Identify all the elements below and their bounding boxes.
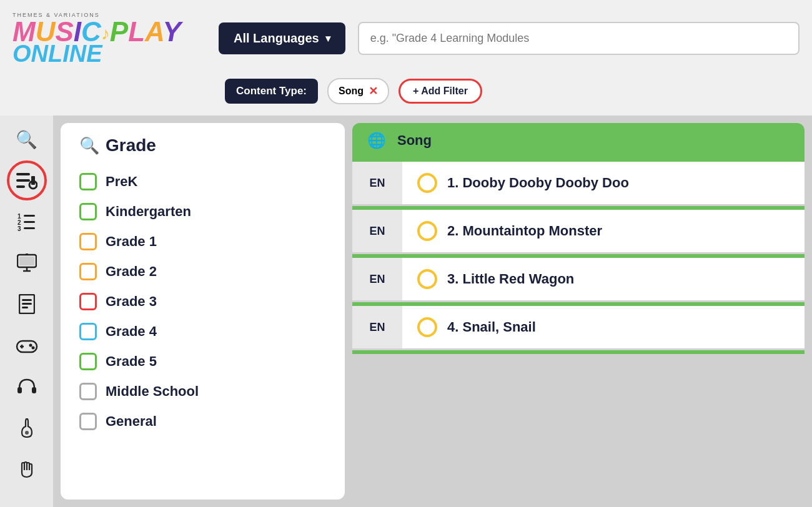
grade-search-icon: 🔍: [79, 136, 99, 155]
lang-dropdown-label: All Languages: [234, 31, 319, 46]
grade-checkbox-grade2[interactable]: [79, 263, 97, 280]
grade-label-grade4: Grade 4: [106, 323, 157, 340]
header-top-row: THEMES & VARIATIONS MUSIC♪PLAY ONLINE Al…: [12, 12, 800, 66]
result-circle-3: [417, 269, 437, 289]
grade-label-general: General: [106, 413, 157, 430]
grade-checkbox-middle-school[interactable]: [79, 383, 97, 400]
sidebar-item-headphones[interactable]: [12, 372, 41, 401]
grade-checkbox-general[interactable]: [79, 413, 97, 430]
result-content-1: 1. Dooby Dooby Dooby Doo: [402, 162, 805, 204]
grade-checkbox-prek[interactable]: [79, 173, 97, 190]
search-input[interactable]: [358, 22, 800, 55]
grade-item-prek[interactable]: PreK: [79, 167, 326, 197]
logo-brand: MUSIC♪PLAY ONLINE: [12, 18, 206, 66]
playlist-icon: [16, 171, 37, 190]
results-header-label: Song: [397, 132, 432, 149]
guitar-icon: [19, 418, 34, 438]
grade-label-middle-school: Middle School: [106, 383, 199, 400]
svg-rect-17: [22, 299, 32, 301]
sidebar-icons: 🔍 1 2 3: [0, 116, 53, 507]
result-title-3: 3. Little Red Wagon: [447, 271, 574, 287]
chevron-down-icon: ▾: [325, 32, 330, 44]
grade-checkbox-grade5[interactable]: [79, 353, 97, 370]
grade-label-grade3: Grade 3: [106, 293, 157, 310]
globe-icon: 🌐: [367, 132, 386, 149]
header-filter-row: Content Type: Song ✕ + Add Filter: [12, 78, 800, 104]
grade-label-grade1: Grade 1: [106, 234, 157, 250]
result-title-2: 2. Mountaintop Monster: [447, 223, 602, 239]
result-lang-3: EN: [352, 258, 402, 300]
svg-rect-4: [31, 176, 35, 185]
svg-rect-26: [32, 387, 36, 393]
document-icon: [19, 294, 35, 314]
presentation-icon: [17, 254, 37, 272]
content-type-label: Content Type:: [225, 79, 318, 104]
main-layout: 🔍 1 2 3: [0, 116, 812, 507]
result-lang-1: EN: [352, 162, 402, 204]
svg-rect-1: [16, 179, 30, 182]
logo-online: ONLINE: [12, 42, 206, 66]
grade-item-grade4[interactable]: Grade 4: [79, 317, 326, 347]
sidebar-item-numbered-list[interactable]: 1 2 3: [12, 207, 41, 236]
grade-item-grade1[interactable]: Grade 1: [79, 227, 326, 257]
svg-rect-2: [16, 185, 25, 188]
grade-item-grade2[interactable]: Grade 2: [79, 257, 326, 287]
sidebar-item-document[interactable]: [12, 290, 41, 318]
svg-point-27: [25, 431, 29, 435]
result-item-1[interactable]: EN 1. Dooby Dooby Dooby Doo: [352, 162, 805, 204]
result-circle-1: [417, 173, 437, 193]
sidebar-item-guitar[interactable]: [12, 413, 41, 442]
result-item-4[interactable]: EN 4. Snail, Snail: [352, 306, 805, 348]
result-content-2: 2. Mountaintop Monster: [402, 210, 805, 252]
svg-rect-19: [22, 307, 28, 308]
svg-rect-12: [19, 257, 34, 265]
sidebar-item-presentation[interactable]: [12, 249, 41, 277]
sidebar-item-gamepad[interactable]: [12, 331, 41, 360]
results-header: 🌐 Song: [352, 123, 805, 158]
result-item-2[interactable]: EN 2. Mountaintop Monster: [352, 210, 805, 252]
grade-panel-title: Grade: [106, 135, 156, 155]
grade-label-grade5: Grade 5: [106, 353, 157, 370]
grade-checkbox-grade1[interactable]: [79, 233, 97, 250]
sidebar-item-playlist[interactable]: [12, 166, 41, 195]
result-content-4: 4. Snail, Snail: [402, 306, 805, 348]
svg-rect-10: [24, 227, 35, 229]
grade-label-prek: PreK: [106, 174, 137, 190]
remove-filter-icon[interactable]: ✕: [369, 84, 378, 98]
result-item-3[interactable]: EN 3. Little Red Wagon: [352, 258, 805, 300]
grade-item-middle-school[interactable]: Middle School: [79, 377, 326, 406]
sidebar-item-search[interactable]: 🔍: [12, 125, 41, 154]
svg-rect-8: [24, 221, 35, 223]
grade-item-grade5[interactable]: Grade 5: [79, 347, 326, 377]
result-divider-4: [352, 350, 805, 354]
result-circle-2: [417, 221, 437, 241]
result-circle-4: [417, 317, 437, 337]
grade-item-grade3[interactable]: Grade 3: [79, 287, 326, 317]
result-title-1: 1. Dooby Dooby Dooby Doo: [447, 175, 629, 191]
grade-label-kindergarten: Kindergarten: [106, 204, 191, 220]
results-panel: 🌐 Song EN 1. Dooby Dooby Dooby Doo EN 2.…: [345, 116, 812, 507]
svg-rect-18: [22, 303, 32, 305]
logo-area: THEMES & VARIATIONS MUSIC♪PLAY ONLINE: [12, 12, 206, 66]
result-lang-2: EN: [352, 210, 402, 252]
svg-rect-0: [16, 173, 30, 175]
add-filter-button[interactable]: + Add Filter: [399, 79, 482, 104]
result-content-3: 3. Little Red Wagon: [402, 258, 805, 300]
grade-checkbox-grade4[interactable]: [79, 323, 97, 340]
svg-point-24: [31, 347, 34, 350]
gamepad-icon: [16, 337, 38, 353]
grade-item-kindergarten[interactable]: Kindergarten: [79, 197, 326, 227]
result-title-4: 4. Snail, Snail: [447, 319, 536, 335]
grade-checkbox-grade3[interactable]: [79, 293, 97, 310]
headphones-icon: [17, 377, 37, 396]
svg-point-23: [29, 344, 32, 347]
results-list: EN 1. Dooby Dooby Dooby Doo EN 2. Mounta…: [352, 158, 805, 500]
filter-song-label: Song: [339, 86, 364, 97]
sidebar-item-hand[interactable]: [12, 455, 41, 483]
svg-rect-6: [24, 215, 35, 217]
grade-checkbox-kindergarten[interactable]: [79, 203, 97, 220]
grade-panel-header: 🔍 Grade: [79, 135, 326, 155]
result-lang-4: EN: [352, 306, 402, 348]
grade-item-general[interactable]: General: [79, 406, 326, 436]
language-dropdown[interactable]: All Languages ▾: [219, 22, 345, 54]
